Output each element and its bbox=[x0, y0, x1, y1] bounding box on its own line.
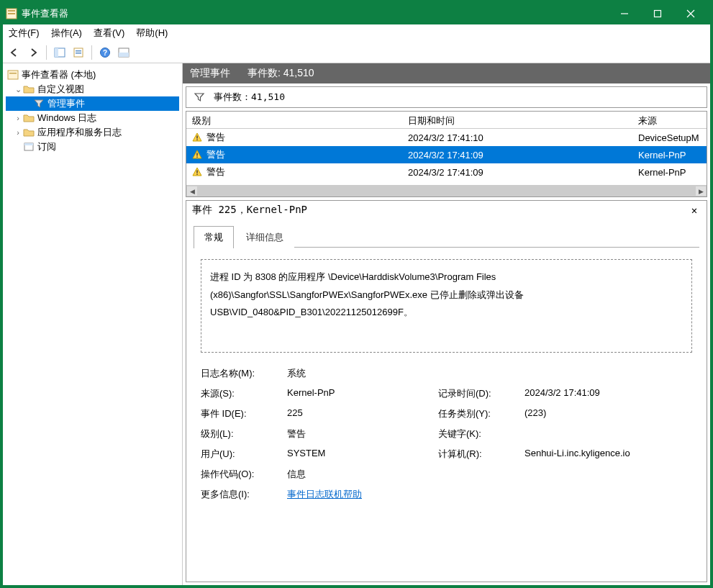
tree-admin-events[interactable]: 管理事件 bbox=[6, 96, 179, 111]
svg-rect-1 bbox=[8, 10, 15, 12]
event-row[interactable]: 警告 2024/3/2 17:41:10 DeviceSetupM bbox=[186, 129, 707, 146]
toolbar: ? bbox=[3, 42, 710, 63]
value-computer: Senhui-Li.inc.kyligence.io bbox=[524, 448, 692, 461]
svg-rect-2 bbox=[8, 13, 15, 14]
tree-windows-logs[interactable]: › Windows 日志 bbox=[6, 111, 179, 125]
svg-rect-10 bbox=[76, 50, 81, 52]
svg-rect-25 bbox=[196, 174, 197, 175]
label-computer: 计算机(R): bbox=[438, 448, 524, 461]
app-icon bbox=[6, 8, 17, 19]
menu-view[interactable]: 查看(V) bbox=[94, 27, 124, 40]
scroll-left-button[interactable]: ◀ bbox=[186, 186, 198, 196]
tree-app-service-logs[interactable]: › 应用程序和服务日志 bbox=[6, 125, 179, 140]
event-list-body[interactable]: 警告 2024/3/2 17:41:10 DeviceSetupM 警告 202… bbox=[186, 129, 707, 185]
menu-action[interactable]: 操作(A) bbox=[51, 27, 82, 40]
event-level: 警告 bbox=[206, 131, 225, 144]
detail-close-button[interactable]: ✕ bbox=[688, 204, 701, 217]
help-button[interactable]: ? bbox=[96, 44, 114, 61]
event-datetime: 2024/3/2 17:41:10 bbox=[402, 131, 632, 145]
horizontal-scrollbar[interactable]: ◀ ▶ bbox=[186, 185, 707, 196]
value-opcode: 信息 bbox=[287, 468, 438, 481]
scroll-track[interactable] bbox=[198, 186, 695, 196]
folder-icon bbox=[23, 127, 35, 138]
scroll-right-button[interactable]: ▶ bbox=[695, 186, 707, 196]
detail-title: 事件 225，Kernel-PnP bbox=[192, 204, 307, 217]
tree-app-service-logs-label: 应用程序和服务日志 bbox=[37, 126, 122, 139]
label-logged: 记录时间(D): bbox=[438, 387, 524, 400]
filter-icon bbox=[194, 91, 205, 103]
label-log-name: 日志名称(M): bbox=[201, 367, 287, 380]
maximize-button[interactable] bbox=[641, 3, 674, 24]
tree-custom-views[interactable]: ⌄ 自定义视图 bbox=[6, 82, 179, 96]
value-log-name: 系统 bbox=[287, 367, 438, 380]
filter-icon bbox=[33, 98, 45, 109]
toolbar-separator bbox=[46, 45, 47, 60]
menubar: 文件(F) 操作(A) 查看(V) 帮助(H) bbox=[3, 24, 710, 42]
value-task-category: (223) bbox=[524, 407, 692, 420]
link-online-help[interactable]: 事件日志联机帮助 bbox=[287, 489, 362, 499]
value-logged: 2024/3/2 17:41:09 bbox=[524, 387, 692, 400]
column-source[interactable]: 来源 bbox=[632, 112, 707, 128]
svg-text:?: ? bbox=[103, 49, 107, 57]
value-keywords bbox=[524, 428, 692, 440]
detail-body[interactable]: 进程 ID 为 8308 的应用程序 \Device\HarddiskVolum… bbox=[186, 248, 707, 582]
event-level: 警告 bbox=[206, 148, 225, 161]
label-task-category: 任务类别(Y): bbox=[438, 407, 524, 420]
properties-button[interactable] bbox=[70, 44, 87, 61]
svg-rect-4 bbox=[655, 11, 661, 17]
event-row[interactable]: 警告 2024/3/2 17:41:09 Kernel-PnP bbox=[186, 163, 707, 181]
filter-count-label: 事件数：41,510 bbox=[214, 91, 285, 104]
tree-subscriptions-label: 订阅 bbox=[37, 140, 56, 153]
menu-help[interactable]: 帮助(H) bbox=[136, 27, 168, 40]
detail-properties: 日志名称(M): 系统 来源(S): Kernel-PnP 记录时间(D): 2… bbox=[201, 367, 692, 501]
tree-subscriptions[interactable]: 订阅 bbox=[6, 140, 179, 154]
column-datetime[interactable]: 日期和时间 bbox=[402, 112, 632, 128]
svg-rect-21 bbox=[196, 140, 197, 140]
value-source: Kernel-PnP bbox=[287, 387, 438, 400]
tab-details[interactable]: 详细信息 bbox=[235, 226, 294, 248]
column-level[interactable]: 级别 bbox=[186, 112, 402, 128]
label-source: 来源(S): bbox=[201, 387, 287, 400]
toolbar-separator bbox=[91, 45, 92, 60]
svg-rect-22 bbox=[196, 153, 197, 156]
tree-panel[interactable]: 事件查看器 (本地) ⌄ 自定义视图 管理事件 › Windows 日志 › 应… bbox=[3, 63, 183, 585]
close-button[interactable] bbox=[674, 3, 707, 24]
event-row[interactable]: 警告 2024/3/2 17:41:09 Kernel-PnP bbox=[186, 146, 707, 163]
event-source: DeviceSetupM bbox=[632, 131, 707, 145]
subscription-icon bbox=[23, 141, 35, 153]
tree-windows-logs-label: Windows 日志 bbox=[37, 112, 96, 125]
svg-rect-19 bbox=[24, 143, 33, 145]
label-event-id: 事件 ID(E): bbox=[201, 407, 287, 420]
preview-pane-button[interactable] bbox=[115, 44, 132, 61]
expand-icon[interactable]: › bbox=[13, 128, 23, 137]
tree-root[interactable]: 事件查看器 (本地) bbox=[6, 68, 179, 82]
expand-icon[interactable]: › bbox=[13, 114, 23, 122]
minimize-button[interactable] bbox=[608, 3, 641, 24]
main-area: 事件查看器 (本地) ⌄ 自定义视图 管理事件 › Windows 日志 › 应… bbox=[3, 63, 710, 585]
show-hide-tree-button[interactable] bbox=[51, 44, 68, 61]
nav-forward-button[interactable] bbox=[24, 44, 42, 61]
content-header-count: 事件数: 41,510 bbox=[247, 67, 314, 80]
detail-header: 事件 225，Kernel-PnP ✕ bbox=[186, 201, 707, 220]
folder-icon bbox=[23, 83, 35, 95]
event-viewer-icon bbox=[7, 69, 19, 81]
svg-rect-8 bbox=[55, 48, 58, 57]
tab-general[interactable]: 常规 bbox=[194, 226, 234, 248]
tree-custom-views-label: 自定义视图 bbox=[37, 83, 84, 96]
value-event-id: 225 bbox=[287, 407, 438, 420]
label-level: 级别(L): bbox=[201, 428, 287, 440]
menu-file[interactable]: 文件(F) bbox=[9, 27, 40, 40]
nav-back-button[interactable] bbox=[6, 44, 23, 61]
warning-icon bbox=[192, 150, 202, 160]
svg-rect-24 bbox=[196, 171, 197, 173]
event-datetime: 2024/3/2 17:41:09 bbox=[402, 166, 632, 179]
label-more-info: 更多信息(I): bbox=[201, 488, 287, 501]
tree-admin-events-label: 管理事件 bbox=[47, 97, 85, 110]
detail-panel: 事件 225，Kernel-PnP ✕ 常规 详细信息 进程 ID 为 8308… bbox=[186, 200, 707, 582]
event-datetime: 2024/3/2 17:41:09 bbox=[402, 148, 632, 162]
svg-rect-17 bbox=[9, 73, 17, 74]
value-user: SYSTEM bbox=[287, 448, 438, 461]
collapse-icon[interactable]: ⌄ bbox=[13, 85, 23, 94]
detail-tabs: 常规 详细信息 bbox=[186, 220, 707, 248]
event-level: 警告 bbox=[206, 166, 225, 178]
